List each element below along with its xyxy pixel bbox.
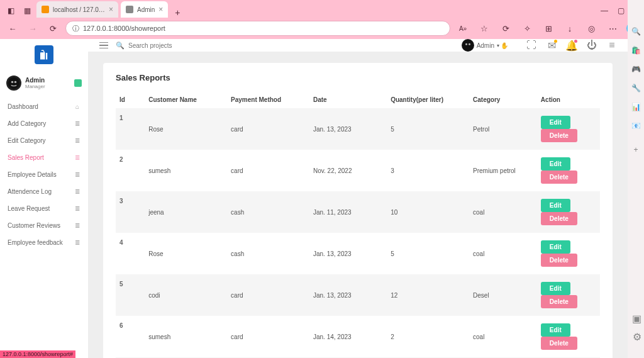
extensions-icon[interactable]: ⊞ — [541, 21, 556, 36]
forward-icon[interactable]: → — [25, 21, 40, 36]
delete-button[interactable]: Delete — [541, 171, 577, 184]
cell-date: Nov. 22, 2022 — [309, 150, 387, 191]
cell-method: card — [227, 150, 309, 191]
more-icon[interactable]: + — [631, 145, 641, 155]
nav-label: Employee Details — [8, 171, 57, 178]
new-tab-button[interactable]: + — [170, 8, 184, 18]
edit-button[interactable]: Edit — [541, 116, 570, 129]
delete-button[interactable]: Delete — [541, 212, 577, 225]
shopping-icon[interactable]: 🛍️ — [631, 45, 641, 55]
read-aloud-icon[interactable]: A» — [455, 21, 470, 36]
cell-qty: 10 — [387, 191, 469, 233]
sidebar-item-employee-details[interactable]: Employee Details≣ — [0, 166, 88, 183]
search-sidebar-icon[interactable]: 🔍 — [631, 26, 641, 36]
nav-label: Attendence Log — [8, 188, 52, 195]
cell-method: cash — [227, 233, 309, 274]
cell-category: coal — [469, 191, 537, 233]
edit-button[interactable]: Edit — [541, 282, 570, 295]
search-input[interactable] — [128, 42, 229, 49]
col-category: Category — [469, 91, 537, 108]
url-text: 127.0.0.1:8000/showreport — [83, 25, 165, 32]
app-sidebar: Admin Manager Dashboard⌂Add Category≣Edi… — [0, 39, 88, 358]
browser-tab-active[interactable]: Admin × — [121, 1, 168, 18]
workspaces-icon[interactable]: ◧ — [4, 4, 18, 18]
nav-label: Customer Reviews — [8, 222, 60, 229]
cell-id: 1 — [116, 108, 145, 150]
menu-icon[interactable]: ⋯ — [605, 21, 620, 36]
edit-sidebar-icon[interactable]: ▣ — [632, 313, 641, 325]
close-icon[interactable]: × — [158, 5, 163, 14]
cell-category: coal — [469, 233, 537, 274]
nav-label: Edit Category — [8, 137, 46, 144]
sidebar-item-add-category[interactable]: Add Category≣ — [0, 115, 88, 132]
close-icon[interactable]: × — [109, 5, 113, 14]
info-icon: ⓘ — [72, 24, 79, 33]
menu-toggle-icon[interactable] — [99, 42, 108, 49]
topbar-user-menu[interactable]: Admin ▾ ✋ — [462, 39, 508, 52]
window-minimize-icon[interactable]: — — [597, 4, 611, 18]
svg-point-4 — [465, 43, 467, 45]
col-id: Id — [116, 91, 145, 108]
app-logo[interactable] — [35, 45, 53, 64]
sidebar-item-dashboard[interactable]: Dashboard⌂ — [0, 98, 88, 115]
col-payment-method: Payment Method — [227, 91, 309, 108]
games-icon[interactable]: 🎮 — [631, 64, 641, 74]
status-text: 127.0.0.1:8000/showreport# — [3, 351, 73, 357]
sidebar-item-attendence-log[interactable]: Attendence Log≣ — [0, 183, 88, 200]
edit-button[interactable]: Edit — [541, 157, 570, 171]
fullscreen-icon[interactable]: ⛶ — [527, 41, 536, 50]
url-field[interactable]: ⓘ 127.0.0.1:8000/showreport — [65, 21, 450, 36]
reload-icon[interactable]: ⟳ — [45, 21, 60, 36]
sidebar-user[interactable]: Admin Manager — [0, 72, 88, 98]
window-maximize-icon[interactable]: ▢ — [614, 4, 628, 18]
edit-button[interactable]: Edit — [541, 323, 570, 337]
tab-label: Admin — [137, 6, 155, 13]
cell-customer: Rose — [145, 108, 227, 150]
delete-button[interactable]: Delete — [541, 337, 577, 350]
cell-date: Jan. 11, 2023 — [309, 191, 387, 233]
report-card: Sales Reports IdCustomer NamePayment Met… — [103, 63, 613, 358]
ext-icon[interactable]: ◎ — [584, 21, 599, 36]
list-icon: ≣ — [74, 120, 80, 127]
cell-qty: 2 — [387, 316, 469, 357]
cursor-icon: ✋ — [501, 42, 508, 49]
downloads-icon[interactable]: ↓ — [562, 21, 577, 36]
sidebar-item-leave-request[interactable]: Leave Request≣ — [0, 200, 88, 217]
sidebar-item-edit-category[interactable]: Edit Category≣ — [0, 132, 88, 149]
office-icon[interactable]: 📊 — [631, 102, 641, 112]
cell-id: 6 — [116, 316, 145, 357]
sync-icon[interactable]: ⟳ — [498, 21, 513, 36]
outlook-icon[interactable]: 📧 — [631, 121, 641, 131]
favorite-icon[interactable]: ☆ — [477, 21, 492, 36]
edit-button[interactable]: Edit — [541, 199, 570, 212]
settings-slider-icon[interactable]: ≡ — [608, 41, 616, 50]
tab-strip: ◧ ▦ localhost / 127.0.0.1 | phpMyAd × Ad… — [0, 0, 644, 18]
avatar — [6, 76, 21, 91]
edit-button[interactable]: Edit — [541, 240, 570, 254]
col-customer-name: Customer Name — [145, 91, 227, 108]
delete-button[interactable]: Delete — [541, 295, 577, 308]
cell-method: cash — [227, 191, 309, 233]
mail-icon[interactable]: ✉ — [547, 41, 556, 50]
tab-actions-icon[interactable]: ▦ — [20, 4, 34, 18]
power-icon[interactable]: ⏻ — [587, 41, 596, 50]
address-bar: ← → ⟳ ⓘ 127.0.0.1:8000/showreport A» ☆ ⟳… — [0, 18, 644, 39]
cell-date: Jan. 14, 2023 — [309, 316, 387, 357]
settings-sidebar-icon[interactable]: ⚙ — [633, 331, 641, 343]
table-row: 6sumeshcardJan. 14, 20232coalEditDelete — [116, 316, 600, 357]
bell-icon[interactable]: 🔔 — [567, 41, 576, 50]
page-title: Sales Reports — [116, 73, 600, 82]
cell-actions: EditDelete — [537, 316, 600, 357]
svg-point-1 — [11, 81, 13, 83]
delete-button[interactable]: Delete — [541, 129, 577, 142]
tools-icon[interactable]: 🔧 — [631, 83, 641, 93]
home-icon: ⌂ — [74, 103, 80, 110]
back-icon[interactable]: ← — [5, 21, 20, 36]
collections-icon[interactable]: ✧ — [519, 21, 535, 36]
browser-tab[interactable]: localhost / 127.0.0.1 | phpMyAd × — [36, 1, 118, 18]
status-badge — [74, 79, 82, 87]
sidebar-item-customer-reviews[interactable]: Customer Reviews≣ — [0, 217, 88, 234]
sidebar-item-employee-feedback[interactable]: Employee feedback≣ — [0, 234, 88, 251]
delete-button[interactable]: Delete — [541, 254, 577, 267]
sidebar-item-sales-report[interactable]: Sales Report≣ — [0, 149, 88, 166]
